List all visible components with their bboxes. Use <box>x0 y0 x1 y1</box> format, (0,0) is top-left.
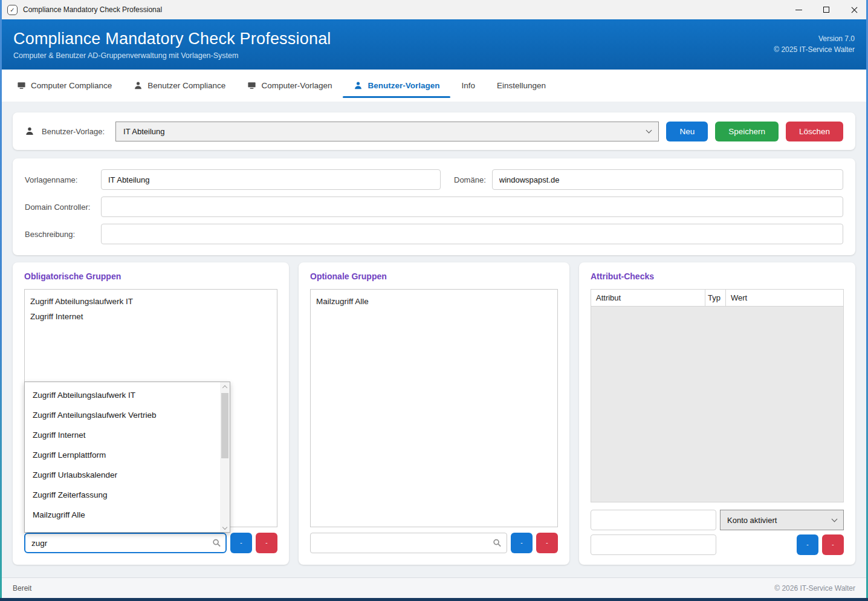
attribute-type-value: Konto aktiviert <box>727 516 777 525</box>
person-icon <box>354 81 363 90</box>
search-icon <box>493 539 502 548</box>
attribute-name-input[interactable] <box>591 510 716 530</box>
attribute-checks-panel: Attribut-Checks Attribut Typ Wert Konto … <box>579 262 855 565</box>
dropdown-option[interactable]: Mailzugriff Bad Vilbel <box>25 525 220 532</box>
list-item[interactable]: Mailzugriff Alle <box>315 294 553 309</box>
scroll-up-icon[interactable] <box>220 382 230 392</box>
app-subtitle: Computer & Benutzer AD-Gruppenverwaltung… <box>13 51 331 60</box>
person-icon <box>25 126 34 136</box>
domain-controller-label: Domain Controller: <box>25 203 101 212</box>
dropdown-option[interactable]: Zugriff Urlaubskalender <box>25 465 220 485</box>
optional-add-button[interactable]: - <box>511 533 533 553</box>
attribute-add-button[interactable]: - <box>797 534 818 555</box>
dropdown-option[interactable]: Zugriff Zeiterfassung <box>25 485 220 505</box>
tab-label: Benutzer-Vorlagen <box>368 81 439 90</box>
minimize-button[interactable] <box>785 0 812 19</box>
vorlagenname-label: Vorlagenname: <box>25 175 101 184</box>
attribute-value-input[interactable] <box>591 534 716 555</box>
domaene-field[interactable] <box>492 169 843 190</box>
template-details-card: Vorlagenname: Domäne: Domain Controller:… <box>13 158 855 255</box>
column-header-attribut: Attribut <box>591 290 705 306</box>
list-item[interactable]: Zugriff Abteilungslaufwerk IT <box>29 294 273 309</box>
new-button[interactable]: Neu <box>666 122 708 141</box>
tab-label: Einstellungen <box>497 81 546 90</box>
tab-benutzer-vorlagen[interactable]: Benutzer-Vorlagen <box>343 70 450 102</box>
attribute-remove-button[interactable]: - <box>822 534 844 555</box>
beschreibung-label: Beschreibung: <box>25 230 101 239</box>
tab-info[interactable]: Info <box>450 70 486 102</box>
title-bar: ✓ Compliance Mandatory Check Professiona… <box>0 0 868 19</box>
tab-label: Benutzer Compliance <box>147 81 225 90</box>
search-icon <box>212 539 221 548</box>
column-header-wert: Wert <box>726 290 843 306</box>
app-title: Compliance Mandatory Check Professional <box>13 30 331 48</box>
scroll-down-icon[interactable] <box>220 522 230 532</box>
mandatory-groups-panel: Obligatorische Gruppen Zugriff Abteilung… <box>13 262 289 565</box>
dropdown-option[interactable]: Zugriff Internet <box>25 425 220 445</box>
optional-groups-list[interactable]: Mailzugriff Alle <box>310 289 558 527</box>
computer-icon <box>17 81 26 90</box>
list-item[interactable]: Zugriff Internet <box>29 309 273 324</box>
app-header: Compliance Mandatory Check Professional … <box>0 19 868 70</box>
window-border-left <box>0 0 2 601</box>
template-selector-card: Benutzer-Vorlage: IT Abteilung Neu Speic… <box>13 112 855 150</box>
template-dropdown[interactable]: IT Abteilung <box>115 122 659 141</box>
tab-benutzer-compliance[interactable]: Benutzer Compliance <box>123 70 236 102</box>
app-icon: ✓ <box>7 5 18 15</box>
mandatory-add-button[interactable]: - <box>230 533 252 553</box>
mandatory-groups-title: Obligatorische Gruppen <box>24 271 277 281</box>
tab-computer-compliance[interactable]: Computer Compliance <box>6 70 123 102</box>
computer-icon <box>247 81 256 90</box>
tab-computer-vorlagen[interactable]: Computer-Vorlagen <box>236 70 343 102</box>
domaene-label: Domäne: <box>454 175 486 184</box>
maximize-button[interactable] <box>812 0 840 19</box>
person-icon <box>134 81 143 90</box>
chevron-down-icon <box>646 128 652 134</box>
template-select-label: Benutzer-Vorlage: <box>42 127 105 136</box>
panels-row: Obligatorische Gruppen Zugriff Abteilung… <box>13 262 855 565</box>
tab-bar: Computer Compliance Benutzer Compliance … <box>0 70 868 102</box>
header-copyright: © 2025 IT-Service Walter <box>774 45 855 55</box>
group-suggestion-dropdown: Zugriff Abteilungslaufwerk IT Zugriff An… <box>24 382 230 533</box>
minimize-icon <box>795 10 802 10</box>
dropdown-option[interactable]: Zugriff Anteilungslaufwerk Vertrieb <box>25 405 220 425</box>
dropdown-scrollbar[interactable] <box>220 382 230 532</box>
template-dropdown-value: IT Abteilung <box>123 127 164 136</box>
footer-copyright: © 2026 IT-Service Walter <box>774 584 855 593</box>
beschreibung-field[interactable] <box>101 224 843 244</box>
column-header-typ: Typ <box>705 290 726 306</box>
attribute-checks-title: Attribut-Checks <box>591 271 844 281</box>
maximize-icon <box>823 7 829 13</box>
status-bar: Bereit © 2026 IT-Service Walter <box>0 577 868 598</box>
chevron-down-icon <box>832 516 838 522</box>
optional-group-search-input[interactable] <box>310 533 507 553</box>
delete-button[interactable]: Löschen <box>786 122 843 141</box>
dropdown-option[interactable]: Zugriff Lernplattform <box>25 445 220 465</box>
attribute-type-dropdown[interactable]: Konto aktiviert <box>720 510 844 530</box>
version-text: Version 7.0 <box>774 34 855 44</box>
dropdown-option[interactable]: Mailzugriff Alle <box>25 505 220 525</box>
optional-groups-title: Optionale Gruppen <box>310 271 558 281</box>
tab-label: Computer-Vorlagen <box>261 81 332 90</box>
scrollbar-thumb[interactable] <box>221 393 228 458</box>
dropdown-option[interactable]: Zugriff Abteilungslaufwerk IT <box>25 385 220 405</box>
window-title: Compliance Mandatory Check Professional <box>23 5 162 14</box>
tab-label: Computer Compliance <box>31 81 112 90</box>
optional-groups-panel: Optionale Gruppen Mailzugriff Alle - - <box>299 262 569 565</box>
domain-controller-field[interactable] <box>101 197 843 217</box>
optional-remove-button[interactable]: - <box>536 533 558 553</box>
window-border-bottom <box>0 598 868 601</box>
save-button[interactable]: Speichern <box>715 122 779 141</box>
mandatory-group-search-input[interactable] <box>24 533 227 553</box>
close-button[interactable] <box>840 0 868 19</box>
vorlagenname-field[interactable] <box>101 169 441 190</box>
tab-einstellungen[interactable]: Einstellungen <box>486 70 557 102</box>
status-text: Bereit <box>13 584 31 593</box>
mandatory-remove-button[interactable]: - <box>256 533 277 553</box>
attribute-table-body[interactable] <box>591 307 843 502</box>
attribute-table: Attribut Typ Wert <box>591 289 844 502</box>
tab-label: Info <box>461 81 475 90</box>
close-icon <box>851 7 858 13</box>
